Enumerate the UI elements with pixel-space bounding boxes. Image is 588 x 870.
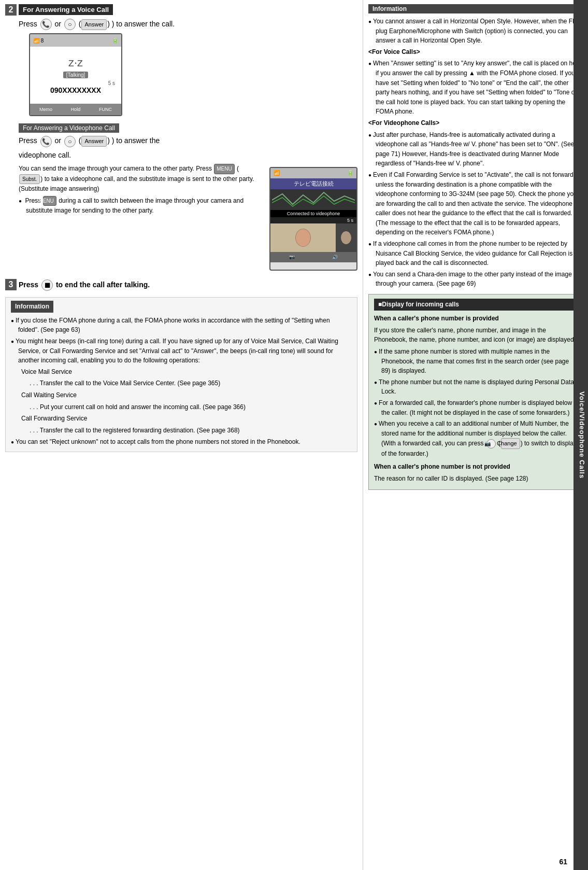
- info-bullet-1: If you close the FOMA phone during a cal…: [11, 316, 352, 335]
- when-not-provided-header: When a caller's phone number is not prov…: [374, 462, 577, 472]
- right-bullet-2: When "Answer setting" is set to "Any key…: [368, 59, 583, 117]
- voice-call-key[interactable]: 📞: [40, 19, 52, 30]
- video-body-p1: You can send the image through your came…: [19, 164, 255, 194]
- vp-icon2: 🔊: [332, 255, 338, 260]
- display-bullet-3: For a forwarded call, the forwarder's ph…: [374, 398, 577, 417]
- vp-wave: [270, 189, 356, 210]
- video-call-header: For Answering a Videophone Call: [19, 123, 119, 133]
- small-face: [341, 231, 351, 244]
- display-bullet-1: If the same phone number is stored with …: [374, 347, 577, 376]
- right-info-section: Information You cannot answer a call in …: [368, 4, 583, 289]
- info-box: Information If you close the FOMA phone …: [5, 297, 357, 452]
- vp-title: テレビ電話接続: [270, 178, 356, 189]
- step2-content: For Answering a Voice Call Press 📞 or ○ …: [19, 4, 357, 274]
- right-bullet-1: You cannot answer a call in Horizontal O…: [368, 17, 583, 46]
- voice-press-line: Press 📞 or ○ (Answer) ) to answer the ca…: [19, 18, 357, 30]
- call-forwarding-text: . . . Transfer the call to the registere…: [30, 426, 352, 436]
- voice-call-header: For Answering a Voice Call: [19, 4, 113, 15]
- sidebar-label: Voice/Videophone Calls: [573, 0, 588, 870]
- voice-circle-key[interactable]: ○: [64, 19, 76, 30]
- info-header: Information: [11, 301, 53, 313]
- main-content: 2 For Answering a Voice Call Press 📞 or …: [0, 0, 363, 870]
- voice-answer-btn[interactable]: Answer: [81, 19, 107, 31]
- vp-small-image: [336, 223, 356, 252]
- signal-icon: 📶 8: [33, 38, 44, 44]
- for-video-calls-header: <For Videophone Calls>: [368, 118, 583, 128]
- phone-screen-status: 📶 8 🔋: [30, 34, 121, 47]
- call-forwarding-label: Call Forwarding Service: [21, 414, 352, 424]
- step3-content: Press ⏹ to end the call after talking.: [19, 279, 357, 293]
- info-bullet-2: You might hear beeps (in-call ring tone)…: [11, 336, 352, 366]
- end-call-key[interactable]: ⏹: [41, 279, 53, 291]
- display-bullet-4: When you receive a call to an additional…: [374, 419, 577, 459]
- video-press-text: Press: [19, 136, 37, 145]
- number-display: 090XXXXXXXX: [50, 86, 101, 94]
- step3-press-line: Press ⏹ to end the call after talking.: [19, 279, 357, 291]
- menu-btn-icon[interactable]: MENU: [214, 164, 234, 174]
- video-bullet-p: Press MENU during a call to switch betwe…: [19, 196, 255, 216]
- step3-press-text: Press: [19, 280, 38, 289]
- camera-btn-icon[interactable]: 📷: [486, 439, 496, 448]
- video-suffix: ) to answer the: [112, 136, 160, 145]
- when-not-provided-text: The reason for no caller ID is displayed…: [374, 474, 577, 484]
- step-number-3: 3: [5, 279, 17, 290]
- vp-battery-icon: 🔋: [347, 170, 353, 176]
- right-bullet-6: You can send a Chara-den image to the ot…: [368, 270, 583, 289]
- right-info-header: Information: [368, 4, 583, 13]
- video-call-key[interactable]: 📞: [40, 136, 52, 147]
- vp-bottom-bar: 📷 🔊: [270, 252, 356, 262]
- display-box: ■Display for incoming calls When a calle…: [368, 294, 583, 490]
- call-waiting-label: Call Waiting Service: [21, 390, 352, 400]
- vp-status-bar: 📶 🔋: [270, 168, 356, 178]
- hold-btn: Hold: [71, 107, 81, 112]
- vp-signal-icon: 📶: [274, 170, 280, 176]
- battery-icon: 🔋: [112, 38, 118, 44]
- step3-suffix: to end the call after talking.: [56, 280, 150, 289]
- voice-press-text: Press: [19, 20, 37, 28]
- info-bullet-3: You can set "Reject unknown" not to acce…: [11, 437, 352, 447]
- step-number-2: 2: [5, 4, 17, 16]
- menu-btn-icon2[interactable]: MENU: [43, 196, 56, 206]
- videophone-screen: 📶 🔋 テレビ電話接続 Connected to videophone 5 s: [269, 167, 357, 271]
- step3-row: 3 Press ⏹ to end the call after talking.: [5, 279, 357, 293]
- right-bullet-3: Just after purchase, Hands-free is autom…: [368, 130, 583, 169]
- face-image: [295, 229, 311, 247]
- talking-label: [Talking]: [63, 72, 89, 78]
- phone-screen-mid: z·z [Talking] 5 s 090XXXXXXXX: [30, 47, 121, 104]
- phone-screen-bottom: Memo Hold FUNC: [30, 104, 121, 115]
- vp-timer: 5 s: [270, 217, 356, 223]
- info-indent-block: Voice Mail Service . . . Transfer the ca…: [21, 367, 352, 436]
- vp-connected-text: Connected to videophone: [270, 210, 356, 217]
- video-or-text: or: [55, 136, 61, 145]
- voice-mail-service-text: . . . Transfer the call to the Voice Mai…: [30, 378, 352, 388]
- vp-icon1: 📷: [289, 255, 295, 260]
- display-bullet-2: The phone number but not the name is dis…: [374, 377, 577, 397]
- wave-svg: [272, 190, 355, 209]
- video-body-text: You can send the image through your came…: [19, 164, 259, 217]
- video-press-line: Press 📞 or ○ (Answer) ) to answer the: [19, 135, 357, 147]
- video-body-row: You can send the image through your came…: [19, 164, 357, 274]
- page-number: 61: [559, 858, 567, 866]
- change-btn[interactable]: Change: [501, 438, 520, 449]
- video-answer-btn[interactable]: Answer: [81, 136, 107, 147]
- subst-btn[interactable]: Subst.: [19, 174, 40, 185]
- timer-display: 5 s: [108, 80, 119, 86]
- right-panel: Information You cannot answer a call in …: [363, 0, 588, 870]
- right-bullet-5: If a videophone call comes in from the p…: [368, 239, 583, 268]
- voice-suffix: ) to answer the call.: [112, 20, 175, 28]
- voice-mail-service-label: Voice Mail Service: [21, 367, 352, 377]
- display-box-header: ■Display for incoming calls: [374, 299, 577, 311]
- memo-btn: Memo: [39, 107, 52, 112]
- video-suffix2-line: videophone call.: [19, 149, 357, 161]
- video-circle-key[interactable]: ○: [64, 136, 76, 147]
- right-bullet-4: Even if Call Forwarding Service is set t…: [368, 170, 583, 237]
- for-voice-calls-header: <For Voice Calls>: [368, 47, 583, 57]
- voice-phone-screen: 📶 8 🔋 z·z [Talking] 5 s 090XXXXXXXX Memo…: [29, 33, 122, 116]
- call-waiting-text: . . . Put your current call on hold and …: [30, 402, 352, 412]
- vp-split-screen: [270, 223, 356, 252]
- step2-row: 2 For Answering a Voice Call Press 📞 or …: [5, 4, 357, 274]
- vp-main-image: [270, 223, 336, 252]
- video-suffix2-text: videophone call.: [19, 151, 71, 159]
- when-provided-header: When a caller's phone number is provided: [374, 314, 577, 324]
- voice-or-text: or: [55, 20, 61, 28]
